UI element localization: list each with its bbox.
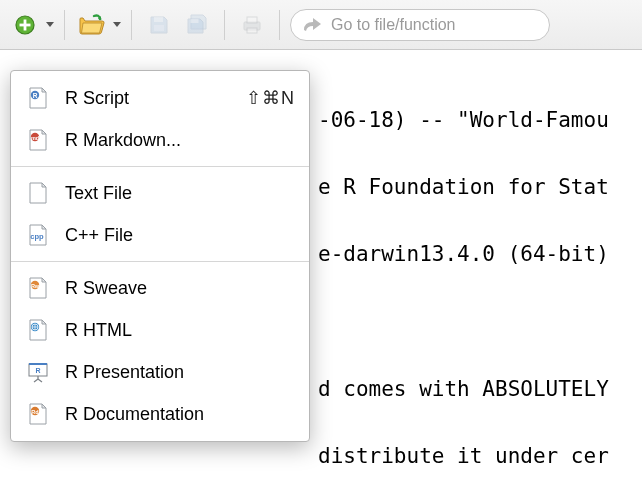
save-all-button[interactable]: [180, 8, 214, 42]
svg-rect-8: [247, 28, 257, 33]
rscript-file-icon: R: [25, 87, 51, 109]
menu-item-label: R Presentation: [65, 362, 295, 383]
cpp-file-icon: cpp: [25, 224, 51, 246]
new-file-button-group[interactable]: [8, 8, 54, 42]
open-file-button-group[interactable]: [75, 8, 121, 42]
rdoc-file-icon: Rd: [25, 403, 51, 425]
svg-text:R: R: [33, 92, 38, 99]
plus-icon: [14, 14, 36, 36]
toolbar-separator: [131, 10, 132, 40]
menu-separator: [11, 261, 309, 262]
svg-text:Rw: Rw: [31, 283, 40, 289]
arrow-goto-icon: [301, 16, 323, 34]
svg-rect-2: [20, 23, 31, 26]
svg-rect-7: [247, 17, 257, 23]
new-file-menu: R R Script ⇧⌘N md R Markdown... Text Fil…: [10, 70, 310, 442]
toolbar-separator: [279, 10, 280, 40]
save-all-icon: [185, 14, 209, 36]
rpresentation-file-icon: R: [25, 361, 51, 383]
menu-item-text-file[interactable]: Text File: [11, 172, 309, 214]
main-toolbar: [0, 0, 642, 50]
menu-item-label: R Sweave: [65, 278, 295, 299]
toolbar-separator: [224, 10, 225, 40]
console-line: e R Foundation for Stat: [318, 171, 624, 205]
console-line: -06-18) -- "World-Famou: [318, 104, 624, 138]
goto-search-box[interactable]: [290, 9, 550, 41]
chevron-down-icon[interactable]: [46, 22, 54, 27]
print-button[interactable]: [235, 8, 269, 42]
menu-item-label: R Script: [65, 88, 246, 109]
svg-text:Rd: Rd: [31, 409, 38, 415]
svg-text:R: R: [35, 367, 40, 374]
svg-rect-4: [154, 25, 164, 31]
toolbar-separator: [64, 10, 65, 40]
text-file-icon: [25, 182, 51, 204]
menu-item-r-sweave[interactable]: Rw R Sweave: [11, 267, 309, 309]
svg-rect-3: [154, 17, 163, 22]
svg-text:cpp: cpp: [30, 232, 44, 241]
goto-search-input[interactable]: [331, 16, 539, 34]
folder-open-icon: [79, 14, 105, 36]
console-line: d comes with ABSOLUTELY: [318, 373, 624, 407]
rsweave-file-icon: Rw: [25, 277, 51, 299]
menu-item-label: C++ File: [65, 225, 295, 246]
menu-item-cpp-file[interactable]: cpp C++ File: [11, 214, 309, 256]
save-icon: [148, 14, 170, 36]
new-file-button[interactable]: [8, 8, 42, 42]
menu-item-label: R Markdown...: [65, 130, 295, 151]
menu-item-shortcut: ⇧⌘N: [246, 87, 295, 109]
menu-item-r-documentation[interactable]: Rd R Documentation: [11, 393, 309, 435]
menu-item-r-markdown[interactable]: md R Markdown...: [11, 119, 309, 161]
menu-item-r-presentation[interactable]: R R Presentation: [11, 351, 309, 393]
rmarkdown-file-icon: md: [25, 129, 51, 151]
rhtml-file-icon: [25, 319, 51, 341]
menu-item-r-script[interactable]: R R Script ⇧⌘N: [11, 77, 309, 119]
menu-item-r-html[interactable]: R HTML: [11, 309, 309, 351]
print-icon: [241, 14, 263, 36]
open-file-button[interactable]: [75, 8, 109, 42]
svg-rect-5: [191, 19, 199, 23]
save-button[interactable]: [142, 8, 176, 42]
menu-separator: [11, 166, 309, 167]
console-line: e-darwin13.4.0 (64-bit): [318, 238, 624, 272]
menu-item-label: R HTML: [65, 320, 295, 341]
menu-item-label: R Documentation: [65, 404, 295, 425]
svg-text:md: md: [31, 135, 39, 141]
chevron-down-icon[interactable]: [113, 22, 121, 27]
menu-item-label: Text File: [65, 183, 295, 204]
console-line: distribute it under cer: [318, 440, 624, 474]
